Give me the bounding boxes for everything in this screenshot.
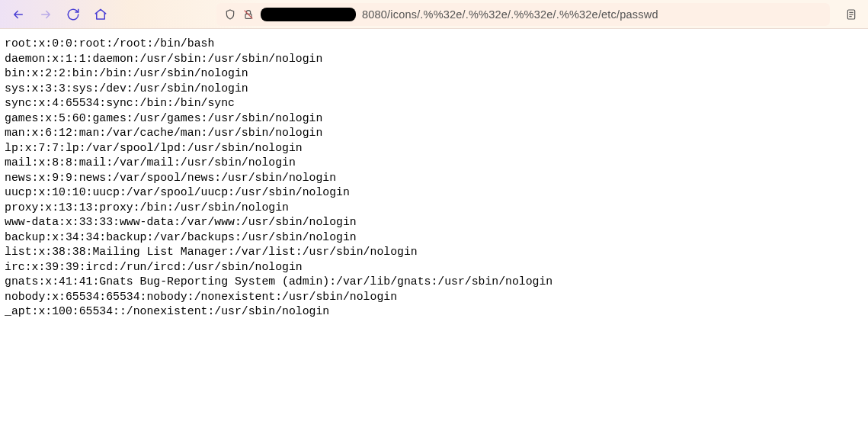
reload-button[interactable] <box>61 2 85 27</box>
browser-toolbar: 8080/icons/.%%32e/.%%32e/.%%32e/.%%32e/e… <box>0 0 868 29</box>
url-bar-icons <box>224 8 255 21</box>
url-redacted-section <box>261 8 356 21</box>
back-button[interactable] <box>6 2 30 27</box>
toolbar-right-group <box>841 4 862 25</box>
lock-insecure-icon[interactable] <box>242 8 255 21</box>
home-button[interactable] <box>88 2 113 27</box>
reload-icon <box>66 8 80 21</box>
url-bar[interactable]: 8080/icons/.%%32e/.%%32e/.%%32e/.%%32e/e… <box>216 3 830 26</box>
home-icon <box>94 8 107 21</box>
page-content: root:x:0:0:root:/root:/bin/bash daemon:x… <box>0 29 868 327</box>
forward-button[interactable] <box>34 2 58 27</box>
arrow-left-icon <box>11 8 25 21</box>
reader-mode-button[interactable] <box>841 4 862 25</box>
nav-button-group <box>6 2 113 27</box>
url-text: 8080/icons/.%%32e/.%%32e/.%%32e/.%%32e/e… <box>362 8 658 21</box>
arrow-right-icon <box>39 8 53 21</box>
shield-icon[interactable] <box>224 8 236 21</box>
document-icon <box>845 8 857 21</box>
